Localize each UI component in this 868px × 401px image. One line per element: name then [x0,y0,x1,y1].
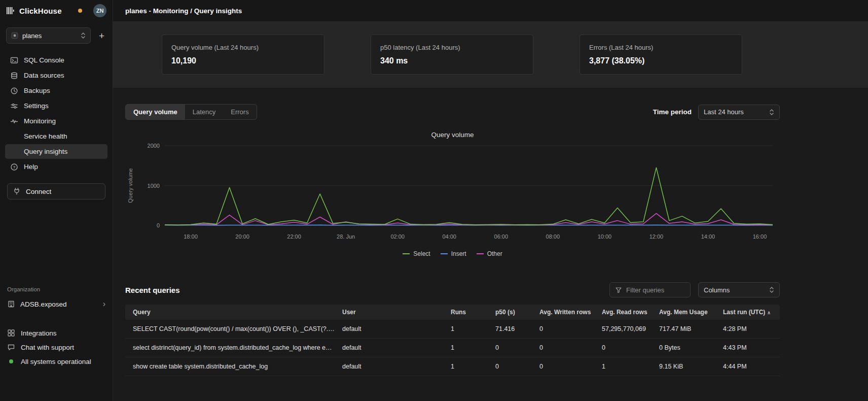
content: Query volume Latency Errors Time period … [113,88,780,401]
column-header[interactable]: Runs [443,309,488,316]
sidebar-item-label: Data sources [24,72,64,79]
footer-item-label: Integrations [21,329,57,337]
column-header[interactable]: Query [125,309,335,316]
svg-text:0: 0 [157,222,160,228]
column-header[interactable]: Avg. Mem Usage [652,309,715,316]
table-cell: 0 [532,363,594,370]
chevron-right-icon: › [103,299,105,309]
table-cell: 717.47 MiB [652,325,715,332]
stat-value: 340 ms [380,56,524,65]
service-select-value: planes [22,32,42,40]
column-header[interactable]: User [335,309,443,316]
status-dot-icon [78,9,82,13]
sidebar-item-chat-support[interactable]: Chat with support [7,343,105,351]
stats-band: Query volume (Last 24 hours) 10,190 p50 … [113,21,868,88]
query-volume-chart: 01000200018:0020:0022:0028. Jun02:0004:0… [125,142,780,246]
columns-select[interactable]: Columns [698,282,780,297]
system-status-row[interactable]: All systems operational [7,357,105,365]
tab-errors[interactable]: Errors [223,105,256,119]
sidebar-item-label: Backups [24,87,50,94]
table-cell: 4:28 PM [715,325,780,332]
filter-queries-input[interactable] [626,286,682,294]
add-service-button[interactable]: + [97,30,106,42]
table-cell: 1 [443,363,488,370]
stat-label: p50 latency (Last 24 hours) [380,44,524,51]
recent-queries-header: Recent queries Columns [125,282,780,297]
sidebar-item-label: Monitoring [24,117,56,125]
sidebar-item-data-sources[interactable]: Data sources [5,68,107,83]
pulse-icon [10,117,18,125]
stat-label: Query volume (Last 24 hours) [171,44,315,51]
sidebar-item-sql-console[interactable]: SQL Console [5,53,107,68]
recent-queries-table: QueryUserRunsp50 (s)Avg. Written rowsAvg… [125,305,780,376]
svg-text:16:00: 16:00 [753,233,767,240]
table-row[interactable]: select distrinct(query_id) from system.d… [125,339,780,357]
svg-text:14:00: 14:00 [701,233,715,240]
table-cell: SELECT CAST(round(pow(count() / max(coun… [125,325,335,332]
sidebar-item-help[interactable]: ? Help [5,159,107,174]
sidebar-item-settings[interactable]: Settings [5,98,107,113]
chevron-updown-icon [769,286,774,293]
column-header[interactable]: Last run (UTC)∧ [715,309,780,316]
app: ClickHouse ZN planes + [0,0,868,401]
legend-item-insert[interactable]: Insert [441,250,466,258]
clickhouse-logo-icon [6,6,15,15]
time-period-select[interactable]: Last 24 hours [698,105,780,120]
stat-card-errors: Errors (Last 24 hours) 3,877 (38.05%) [580,35,742,75]
stat-card-query-volume: Query volume (Last 24 hours) 10,190 [162,35,324,75]
sidebar-item-integrations[interactable]: Integrations [7,329,105,337]
sidebar-item-query-insights[interactable]: Query insights [5,144,107,159]
table-cell: 1 [594,363,652,370]
service-select[interactable]: planes [6,27,91,44]
table-row[interactable]: show create table system.distributed_cac… [125,357,780,376]
filter-queries-box[interactable] [609,282,691,297]
legend-item-other[interactable]: Other [477,250,502,258]
svg-text:04:00: 04:00 [442,233,456,240]
column-header[interactable]: Avg. Read rows [594,309,652,316]
chart-section: Query volume 01000200018:0020:0022:0028.… [125,131,780,258]
column-header[interactable]: p50 (s) [488,309,532,316]
table-cell: default [335,344,443,351]
connect-button[interactable]: Connect [7,183,105,199]
legend-swatch-icon [477,253,484,254]
stat-value: 10,190 [171,56,315,65]
tab-latency[interactable]: Latency [185,105,224,119]
legend-swatch-icon [441,253,448,254]
funnel-icon [615,286,622,293]
chart-legend: SelectInsertOther [125,250,780,258]
brand-name: ClickHouse [19,7,62,15]
sidebar-item-label: SQL Console [24,56,64,64]
sidebar-item-monitoring[interactable]: Monitoring [5,114,107,128]
table-cell: 0 [488,363,532,370]
organization-row[interactable]: ADSB.exposed › [7,299,105,309]
table-cell: 0 [594,344,652,351]
service-icon [11,32,18,39]
organization-label: Organization [7,286,105,292]
table-cell: default [335,363,443,370]
tab-query-volume[interactable]: Query volume [126,105,185,119]
time-period-value: Last 24 hours [704,108,744,116]
columns-select-value: Columns [704,286,730,294]
svg-text:1000: 1000 [148,183,160,189]
sort-ascending-icon: ∧ [767,310,771,315]
column-header[interactable]: Avg. Written rows [532,309,594,316]
sidebar-item-backups[interactable]: Backups [5,83,107,98]
table-cell: default [335,325,443,332]
sidebar-item-service-health[interactable]: Service health [5,129,107,144]
svg-text:22:00: 22:00 [287,233,301,240]
table-row[interactable]: SELECT CAST(round(pow(count() / max(coun… [125,320,780,339]
stat-value: 3,877 (38.05%) [589,56,733,65]
chart-svg: 01000200018:0020:0022:0028. Jun02:0004:0… [125,142,780,246]
sidebar-nav: SQL Console Data sources Backups [0,48,113,174]
avatar[interactable]: ZN [93,4,106,17]
svg-text:06:00: 06:00 [494,233,509,240]
svg-text:18:00: 18:00 [184,233,198,240]
svg-text:?: ? [13,165,16,170]
legend-item-select[interactable]: Select [403,250,430,258]
terminal-icon [10,56,18,64]
chat-bubble-icon [7,343,15,351]
time-period-control: Time period Last 24 hours [653,105,780,120]
clock-icon [10,87,18,95]
table-cell: 0 [488,344,532,351]
logo-row: ClickHouse ZN [0,0,113,21]
